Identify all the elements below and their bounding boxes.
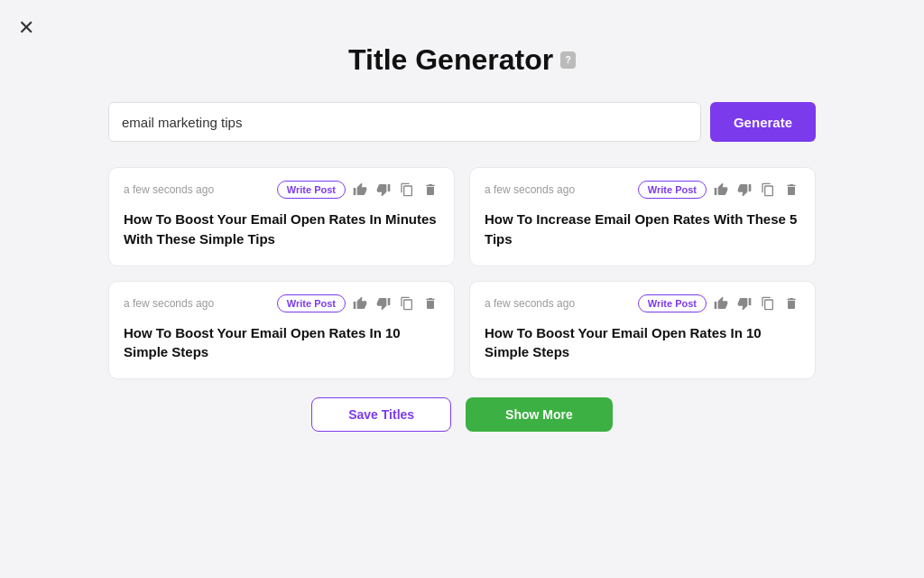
- card-timestamp: a few seconds ago: [124, 183, 214, 196]
- card-title: How To Increase Email Open Rates With Th…: [485, 210, 800, 249]
- save-titles-button[interactable]: Save Titles: [311, 397, 451, 432]
- generate-button[interactable]: Generate: [710, 102, 816, 142]
- thumbs-down-button[interactable]: [735, 181, 753, 199]
- search-row: Generate: [0, 102, 924, 142]
- write-post-button[interactable]: Write Post: [638, 294, 707, 312]
- delete-button[interactable]: [421, 294, 439, 312]
- copy-button[interactable]: [759, 181, 777, 199]
- bottom-actions: Save Titles Show More: [0, 397, 924, 432]
- page-title: Title Generator: [348, 43, 553, 77]
- copy-button[interactable]: [759, 294, 777, 312]
- card-actions: Write Post: [638, 294, 800, 312]
- card-item: a few seconds ago Write Post: [469, 281, 816, 380]
- thumbs-up-button[interactable]: [712, 181, 730, 199]
- card-actions: Write Post: [277, 181, 439, 199]
- card-timestamp: a few seconds ago: [485, 183, 575, 196]
- help-badge: ?: [560, 51, 576, 69]
- write-post-button[interactable]: Write Post: [638, 181, 707, 199]
- close-button[interactable]: ✕: [18, 18, 34, 38]
- card-item: a few seconds ago Write Post: [469, 167, 816, 266]
- thumbs-up-button[interactable]: [351, 181, 369, 199]
- card-actions: Write Post: [277, 294, 439, 312]
- thumbs-down-button[interactable]: [735, 294, 753, 312]
- delete-button[interactable]: [782, 181, 800, 199]
- card-item: a few seconds ago Write Post: [108, 281, 455, 380]
- card-actions: Write Post: [638, 181, 800, 199]
- write-post-button[interactable]: Write Post: [277, 181, 346, 199]
- search-input[interactable]: [108, 102, 701, 142]
- write-post-button[interactable]: Write Post: [277, 294, 346, 312]
- thumbs-down-button[interactable]: [374, 294, 393, 312]
- thumbs-up-button[interactable]: [712, 294, 730, 312]
- delete-button[interactable]: [421, 181, 439, 199]
- delete-button[interactable]: [782, 294, 800, 312]
- card-timestamp: a few seconds ago: [485, 297, 575, 310]
- card-title: How To Boost Your Email Open Rates In 10…: [124, 323, 439, 363]
- copy-button[interactable]: [398, 294, 416, 312]
- card-item: a few seconds ago Write Post: [108, 167, 455, 266]
- thumbs-up-button[interactable]: [351, 294, 369, 312]
- card-title: How To Boost Your Email Open Rates In Mi…: [124, 210, 439, 249]
- card-timestamp: a few seconds ago: [124, 297, 214, 310]
- thumbs-down-button[interactable]: [374, 181, 393, 199]
- card-title: How To Boost Your Email Open Rates In 10…: [485, 323, 800, 363]
- copy-button[interactable]: [398, 181, 416, 199]
- cards-grid: a few seconds ago Write Post: [0, 167, 924, 379]
- show-more-button[interactable]: Show More: [466, 397, 613, 432]
